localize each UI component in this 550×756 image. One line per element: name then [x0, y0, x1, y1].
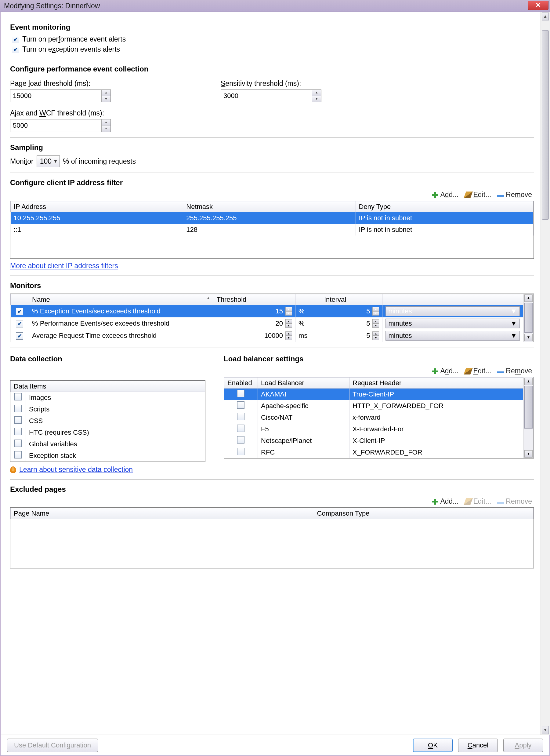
- exc-alerts-checkbox[interactable]: [12, 46, 19, 53]
- row-checkbox[interactable]: [16, 320, 23, 327]
- data-items-header[interactable]: Data Items: [11, 381, 205, 392]
- mon-threshold-header[interactable]: Threshold: [213, 294, 295, 305]
- monitors-heading: Monitors: [10, 281, 534, 290]
- row-checkbox[interactable]: [14, 393, 22, 400]
- row-checkbox[interactable]: [14, 440, 22, 447]
- monitors-scrollbar[interactable]: ▲ ▼: [523, 294, 534, 342]
- sensitive-data-link[interactable]: Learn about sensitive data collection: [19, 466, 133, 474]
- table-row[interactable]: Netscape/iPlanetX-Client-IP: [224, 435, 523, 447]
- row-checkbox[interactable]: [16, 308, 23, 315]
- table-row[interactable]: F5X-Forwarded-For: [224, 423, 523, 435]
- interval-unit-dropdown[interactable]: minutes▼: [385, 331, 520, 341]
- scroll-down-icon[interactable]: ▼: [524, 334, 533, 341]
- list-item[interactable]: HTC (requires CSS): [11, 427, 205, 438]
- scroll-down-icon[interactable]: ▼: [542, 726, 549, 734]
- lb-remove-button[interactable]: Remove: [497, 367, 532, 375]
- lb-name-header[interactable]: Load Balancer: [258, 378, 349, 389]
- lb-add-button[interactable]: Add...: [432, 367, 458, 375]
- data-items-table[interactable]: Data Items ImagesScriptsCSSHTC (requires…: [10, 381, 205, 462]
- ip-filter-more-link[interactable]: More about client IP address filters: [10, 262, 118, 270]
- load-balancer-heading: Load balancer settings: [224, 355, 534, 363]
- row-checkbox[interactable]: [14, 416, 22, 424]
- list-item[interactable]: Scripts: [11, 404, 205, 415]
- perf-alerts-label: Turn on performance event alerts: [22, 35, 126, 43]
- mon-name-header[interactable]: Name▲: [29, 294, 213, 305]
- mon-interval-header[interactable]: Interval: [321, 294, 382, 305]
- spin-up-icon[interactable]: ▲: [102, 90, 111, 96]
- scroll-thumb[interactable]: [524, 303, 533, 333]
- table-row[interactable]: Cisco/NATx-forward: [224, 412, 523, 423]
- list-item[interactable]: CSS: [11, 415, 205, 427]
- excluded-pages-table[interactable]: Page Name Comparison Type: [10, 508, 534, 519]
- row-checkbox[interactable]: [237, 413, 245, 420]
- row-checkbox[interactable]: [237, 390, 245, 397]
- page-load-threshold-input[interactable]: ▲▼: [10, 89, 111, 102]
- table-row[interactable]: % Performance Events/sec exceeds thresho…: [11, 317, 523, 330]
- interval-unit-dropdown[interactable]: minutes▼: [385, 306, 520, 316]
- data-collection-heading: Data collection: [10, 355, 206, 363]
- cancel-button[interactable]: Cancel: [458, 739, 498, 752]
- ip-edit-button[interactable]: Edit...: [465, 191, 491, 199]
- scroll-up-icon[interactable]: ▲: [524, 294, 533, 302]
- ex-edit-button: Edit...: [465, 497, 491, 506]
- deny-col-header[interactable]: Deny Type: [355, 201, 533, 212]
- row-checkbox[interactable]: [14, 428, 22, 435]
- interval-unit-dropdown[interactable]: minutes▼: [385, 319, 520, 328]
- apply-button: Apply: [503, 739, 543, 752]
- load-balancer-table[interactable]: Enabled Load Balancer Request Header AKA…: [224, 377, 523, 458]
- ip-remove-button[interactable]: Remove: [497, 191, 532, 199]
- table-row[interactable]: RFCX_FORWARDED_FOR: [224, 447, 523, 458]
- monitors-table[interactable]: Name▲ Threshold Interval % Exception Eve…: [10, 294, 523, 342]
- sort-asc-icon: ▲: [207, 296, 210, 300]
- ip-add-button[interactable]: Add...: [432, 191, 458, 199]
- close-button[interactable]: ✕: [528, 1, 548, 10]
- lb-enabled-header[interactable]: Enabled: [224, 378, 258, 389]
- list-item[interactable]: Images: [11, 392, 205, 404]
- perf-alerts-checkbox[interactable]: [12, 36, 19, 43]
- netmask-col-header[interactable]: Netmask: [183, 201, 355, 212]
- row-checkbox[interactable]: [14, 405, 22, 412]
- row-checkbox[interactable]: [237, 425, 245, 432]
- lb-scrollbar[interactable]: ▲ ▼: [523, 377, 534, 458]
- ex-cmp-header[interactable]: Comparison Type: [314, 508, 533, 519]
- pencil-icon: [464, 192, 473, 198]
- ajax-threshold-input[interactable]: ▲▼: [10, 119, 111, 132]
- row-checkbox[interactable]: [237, 448, 245, 455]
- ip-col-header[interactable]: IP Address: [11, 201, 183, 212]
- exc-alerts-label: Turn on exception events alerts: [22, 45, 120, 53]
- plus-icon: [432, 192, 438, 198]
- row-checkbox[interactable]: [237, 401, 245, 409]
- monitor-suffix: % of incoming requests: [63, 157, 136, 166]
- ajax-label: Ajax and WCF threshold (ms):: [10, 109, 202, 117]
- monitor-percent-dropdown[interactable]: 100▼: [37, 155, 60, 167]
- titlebar: Modifying Settings: DinnerNow ✕: [0, 0, 550, 12]
- list-item[interactable]: Exception stack: [11, 450, 205, 462]
- scroll-thumb[interactable]: [542, 30, 549, 220]
- dialog-scrollbar[interactable]: ▲ ▼: [541, 12, 550, 735]
- table-row[interactable]: % Exception Events/sec exceeds threshold…: [11, 305, 523, 318]
- row-checkbox[interactable]: [237, 436, 245, 444]
- lb-edit-button[interactable]: Edit...: [465, 367, 491, 375]
- plus-icon: [432, 368, 438, 374]
- list-item[interactable]: Global variables: [11, 438, 205, 450]
- table-row[interactable]: Average Request Time exceeds threshold10…: [11, 330, 523, 342]
- scroll-up-icon[interactable]: ▲: [542, 13, 549, 20]
- table-row[interactable]: Apache-specificHTTP_X_FORWARDED_FOR: [224, 400, 523, 412]
- row-checkbox[interactable]: [14, 451, 22, 458]
- spin-down-icon[interactable]: ▼: [102, 96, 111, 102]
- table-row[interactable]: AKAMAITrue-Client-IP: [224, 389, 523, 400]
- ex-add-button[interactable]: Add...: [432, 497, 458, 506]
- shield-warning-icon: [10, 466, 16, 473]
- minus-icon: [497, 371, 504, 373]
- event-monitoring-heading: Event monitoring: [10, 23, 534, 31]
- table-row[interactable]: 10.255.255.255255.255.255.255IP is not i…: [11, 212, 534, 224]
- row-checkbox[interactable]: [16, 332, 23, 340]
- ex-page-header[interactable]: Page Name: [11, 508, 314, 519]
- lb-header-header[interactable]: Request Header: [349, 378, 523, 389]
- table-row[interactable]: ::1128IP is not in subnet: [11, 224, 534, 236]
- sensitivity-threshold-input[interactable]: ▲▼: [221, 89, 321, 102]
- pencil-icon: [464, 498, 473, 505]
- perf-collection-heading: Configure performance event collection: [10, 65, 534, 73]
- ip-filter-table[interactable]: IP Address Netmask Deny Type 10.255.255.…: [10, 201, 534, 236]
- ok-button[interactable]: OK: [413, 739, 453, 752]
